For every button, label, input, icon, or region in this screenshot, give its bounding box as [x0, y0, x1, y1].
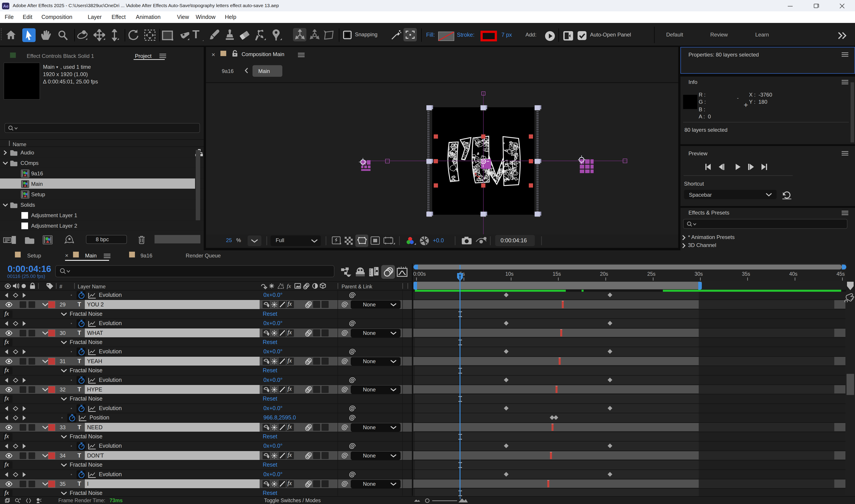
svg-text:fx: fx: [287, 283, 291, 289]
